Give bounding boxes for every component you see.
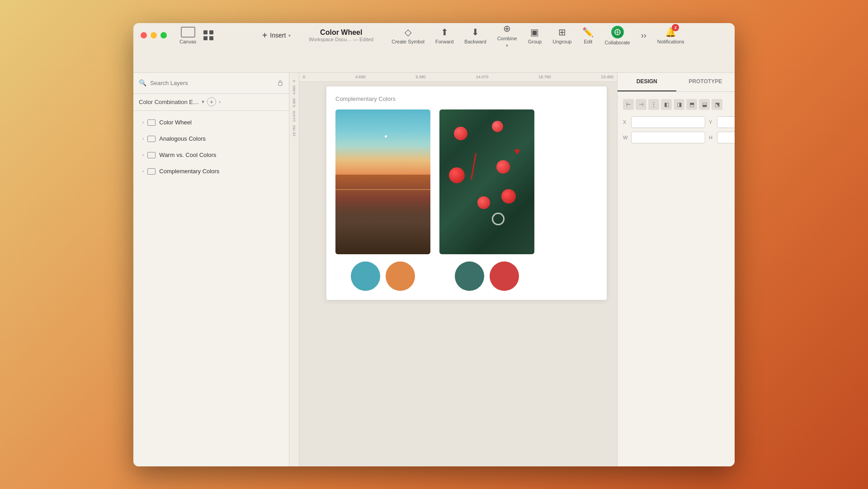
ruler-mark-18760: 18.760: [292, 125, 296, 136]
h-field: H: [709, 132, 735, 143]
align-center-h-icon[interactable]: ⊣: [636, 99, 646, 110]
create-symbol-button[interactable]: ◇ Create Symbol: [392, 27, 425, 44]
sidebar-header: 🔍: [133, 73, 289, 94]
x-input[interactable]: [631, 116, 705, 128]
y-input[interactable]: [717, 116, 735, 128]
h-input[interactable]: [717, 132, 735, 143]
maximize-button[interactable]: [160, 32, 167, 38]
more-options-icon[interactable]: ››: [641, 31, 646, 40]
sidebar: 🔍 Color Combination E… ▾ + › ›: [133, 73, 289, 466]
grid-dot: [209, 36, 213, 40]
layer-chevron-icon: ›: [142, 120, 144, 125]
layer-name-color-wheel: Color Wheel: [159, 119, 192, 126]
ruler-top: 0 4.690 9.380 14.070 18.760 23.450: [299, 73, 617, 82]
sidebar-item-color-wheel[interactable]: › Color Wheel: [133, 114, 289, 131]
color-dot-orange: [386, 261, 415, 291]
collaborate-avatar: [611, 26, 624, 38]
insert-button[interactable]: + Insert ▾: [262, 30, 291, 41]
combine-button[interactable]: ⊕ Combine ▾: [497, 23, 517, 48]
grid-dot: [203, 36, 208, 40]
align-top-edge-icon[interactable]: ⬒: [686, 99, 697, 110]
backward-button[interactable]: ⬇ Backward: [464, 27, 486, 44]
align-left-edge-icon[interactable]: ◧: [661, 99, 672, 110]
layer-frame-icon: [147, 119, 156, 126]
h-label: H: [709, 135, 715, 140]
breadcrumb-chevron-icon: ▾: [202, 99, 204, 105]
layer-name-analogous-colors: Analogous Colors: [159, 135, 206, 142]
christmas-tree-image: ♥: [439, 109, 534, 254]
align-center-v-icon[interactable]: ⬓: [699, 99, 710, 110]
ruler-mark-9380: 9.380: [292, 98, 296, 107]
canvas-icon: [181, 27, 195, 38]
ruler-mark: 23.450: [601, 75, 613, 79]
forward-icon: ⬆: [441, 27, 448, 38]
artboard-label: Complementary Colors: [335, 95, 598, 102]
grid-view-icon[interactable]: [203, 30, 213, 40]
collaborate-label: Collaborate: [604, 40, 630, 45]
collaborate-button[interactable]: Collaborate: [604, 26, 630, 45]
notifications-label: Notifications: [657, 39, 684, 44]
app-window: Canvas + Insert ▾ Color Wheel: [133, 23, 735, 466]
color-dots-beach: [351, 261, 415, 291]
notifications-button[interactable]: 🔔 2 Notifications: [657, 27, 684, 44]
sidebar-item-complementary-colors[interactable]: › Complementary Colors: [133, 163, 289, 180]
svg-rect-3: [278, 82, 282, 85]
sidebar-item-warm-cool-colors[interactable]: › Warm vs. Cool Colors: [133, 147, 289, 163]
plus-icon: +: [262, 30, 268, 41]
group-button[interactable]: ▣ Group: [528, 27, 542, 44]
y-label: Y: [709, 119, 715, 125]
lock-icon: [277, 80, 283, 86]
artboard-content: ♥: [335, 109, 598, 291]
document-subtitle: Workspace Docu… — Edited: [309, 37, 373, 42]
color-dot-teal: [351, 261, 380, 291]
w-input[interactable]: [631, 132, 705, 143]
search-input[interactable]: [150, 80, 274, 86]
tab-design[interactable]: DESIGN: [618, 73, 676, 91]
ungroup-button[interactable]: ⊞ Ungroup: [552, 27, 571, 44]
forward-button[interactable]: ⬆ Forward: [435, 27, 453, 44]
image-group-tree: ♥: [439, 109, 534, 291]
layer-frame-icon: [147, 152, 156, 158]
layer-chevron-icon: ›: [142, 136, 144, 141]
ruler-mark-14070: 14.070: [292, 111, 296, 122]
canvas-content[interactable]: Complementary Colors: [299, 73, 617, 466]
align-bottom-edge-icon[interactable]: ⬔: [712, 99, 722, 110]
breadcrumb-forward-icon: ›: [219, 99, 221, 105]
backward-label: Backward: [464, 39, 486, 44]
x-field: X: [623, 116, 705, 128]
color-dot-dark-teal: [455, 261, 484, 291]
panel-tabs: DESIGN PROTOTYPE: [618, 73, 735, 92]
main-content: 🔍 Color Combination E… ▾ + › ›: [133, 73, 735, 466]
layer-name-warm-cool-colors: Warm vs. Cool Colors: [159, 152, 216, 158]
breadcrumb-add-button[interactable]: +: [207, 97, 216, 106]
canvas-button[interactable]: Canvas: [179, 27, 196, 44]
ruler-mark: 9.380: [415, 75, 426, 79]
minimize-button[interactable]: [151, 32, 157, 38]
tab-prototype[interactable]: PROTOTYPE: [676, 73, 735, 91]
align-right-edge-icon[interactable]: ◨: [674, 99, 684, 110]
layer-chevron-icon: ›: [142, 152, 144, 157]
toolbar-actions: ◇ Create Symbol ⬆ Forward ⬇ Backward ⊕ C…: [392, 23, 684, 48]
y-field: Y: [709, 116, 735, 128]
canvas-area[interactable]: 0 4.690 9.380 14.070 18.760 0 4.690 9.38…: [289, 73, 617, 466]
title-bar: Canvas + Insert ▾ Color Wheel: [133, 23, 735, 73]
document-info: Color Wheel Workspace Docu… — Edited: [309, 28, 373, 42]
document-title: Color Wheel: [320, 28, 362, 37]
layer-chevron-icon: ›: [142, 169, 144, 174]
xy-coord-row: X Y °: [623, 116, 729, 128]
layer-name-complementary-colors: Complementary Colors: [159, 168, 219, 175]
panel-body: ⊢ ⊣ ⋮ ◧ ◨ ⬒ ⬓ ⬔ X: [618, 92, 735, 466]
canvas-label: Canvas: [179, 39, 196, 44]
group-label: Group: [528, 39, 542, 44]
layer-frame-icon: [147, 168, 156, 175]
color-dots-tree: [455, 261, 519, 291]
edit-button[interactable]: ✏️ Edit: [582, 27, 594, 44]
sidebar-item-analogous-colors[interactable]: › Analogous Colors: [133, 131, 289, 147]
align-left-icon[interactable]: ⊢: [623, 99, 634, 110]
image-beach: [335, 109, 430, 254]
close-button[interactable]: [141, 32, 147, 38]
notifications-badge-count: 2: [672, 24, 679, 31]
align-distribute-h-icon[interactable]: ⋮: [648, 99, 659, 110]
ruler-left: 0 4.690 9.380 14.070 18.760: [289, 73, 299, 466]
x-label: X: [623, 119, 629, 125]
